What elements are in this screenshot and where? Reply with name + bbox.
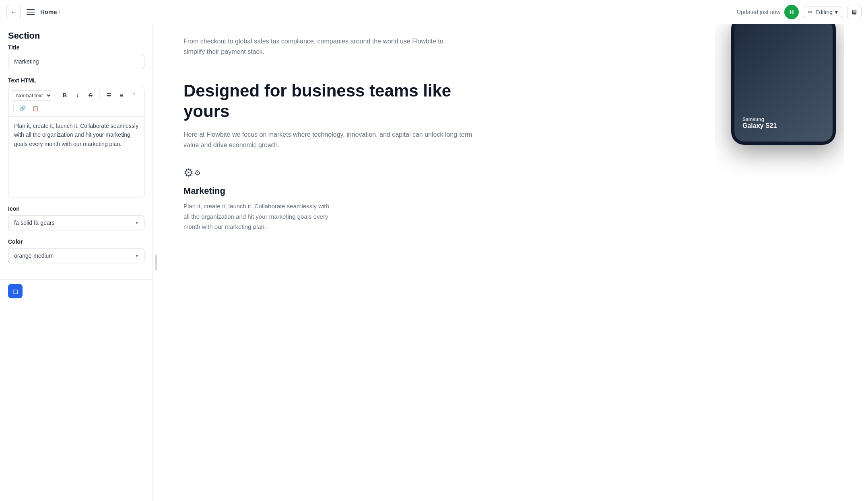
content-text-area: From checkout to global sales tax compli… (183, 24, 715, 232)
resize-handle[interactable] (153, 24, 159, 501)
link-button[interactable]: 🔗 (17, 103, 28, 114)
toolbar-divider-3 (13, 104, 14, 112)
color-select-wrapper: orange-medium blue-medium green-medium r… (8, 248, 144, 263)
title-group: Title (8, 44, 144, 69)
text-format-select[interactable]: Normal text Heading 1 Heading 2 Heading … (12, 90, 52, 101)
unordered-list-icon: ≡ (120, 92, 123, 99)
gear-icon: ⚙ (183, 166, 194, 179)
strike-button[interactable]: S (85, 90, 96, 101)
phone-label: Samsung Galaxy S21 (742, 117, 777, 129)
content-top: From checkout to global sales tax compli… (183, 24, 715, 65)
content-wrapper: From checkout to global sales tax compli… (183, 24, 844, 232)
header: ← Home / Updated just now H ✏ Editing ▾ … (0, 0, 868, 24)
chevron-down-icon: ▾ (835, 9, 838, 15)
doc-icon: 📋 (32, 105, 39, 111)
sidebar-toggle-button[interactable]: ▤ (847, 5, 862, 19)
phone-mockup-area: Samsung Galaxy S21 (715, 24, 844, 232)
resize-handle-visual (155, 255, 157, 271)
ordered-list-icon: ☰ (106, 92, 111, 99)
title-input[interactable] (8, 54, 144, 69)
back-icon: ← (10, 8, 17, 16)
breadcrumb-separator: / (59, 8, 60, 15)
rte-toolbar: Normal text Heading 1 Heading 2 Heading … (8, 87, 144, 117)
color-select[interactable]: orange-medium blue-medium green-medium r… (8, 248, 144, 263)
icon-group: Icon fa-solid fa-gears fa-solid fa-star … (8, 205, 144, 230)
gear-sub-icon: ⚙ (194, 168, 201, 177)
rte-content-area[interactable]: Plan it, create it, launch it. Collabora… (8, 117, 144, 197)
icon-select-wrapper: fa-solid fa-gears fa-solid fa-star fa-so… (8, 215, 144, 230)
section-divider (183, 65, 715, 81)
breadcrumb-home[interactable]: Home (40, 8, 57, 15)
avatar[interactable]: H (784, 5, 799, 19)
header-right: Updated just now H ✏ Editing ▾ ▤ (737, 5, 862, 19)
breadcrumb: Home / (40, 8, 60, 15)
phone-brand: Samsung (742, 117, 777, 122)
text-html-group: Text HTML Normal text Heading 1 Heading … (8, 77, 144, 197)
main-layout: Section Title Text HTML Normal text Head… (0, 24, 868, 501)
editing-button[interactable]: ✏ Editing ▾ (803, 6, 843, 18)
italic-button[interactable]: I (72, 90, 83, 101)
feature-title: Marketing (183, 186, 336, 196)
text-html-label: Text HTML (8, 77, 144, 84)
save-button[interactable]: ◻ (8, 284, 23, 298)
icon-label: Icon (8, 205, 144, 212)
title-label: Title (8, 44, 144, 51)
pencil-icon: ✏ (808, 9, 813, 15)
section-description: Here at Flowbite we focus on markets whe… (183, 129, 485, 150)
quote-button[interactable]: " (129, 90, 140, 101)
quote-icon: " (134, 92, 136, 99)
panel-section-heading: Section (0, 24, 153, 44)
bold-button[interactable]: B (59, 90, 70, 101)
toolbar-divider-2 (99, 91, 100, 99)
feature-icon-area: ⚙ ⚙ (183, 166, 336, 179)
left-panel: Section Title Text HTML Normal text Head… (0, 24, 153, 501)
bottom-action-area: ◻ (0, 279, 153, 302)
panel-body: Title Text HTML Normal text Heading 1 He… (0, 44, 153, 279)
feature-card: ⚙ ⚙ Marketing Plan it, create it, launch… (183, 166, 336, 232)
sidebar-toggle-icon: ▤ (852, 9, 857, 15)
header-left: ← Home / (6, 5, 60, 19)
updated-text: Updated just now (737, 9, 780, 15)
top-subtitle: From checkout to global sales tax compli… (183, 36, 465, 57)
editing-label: Editing (815, 9, 833, 15)
icon-select[interactable]: fa-solid fa-gears fa-solid fa-star fa-so… (8, 215, 144, 230)
back-button[interactable]: ← (6, 5, 21, 19)
color-label: Color (8, 238, 144, 245)
strikethrough-icon: S (89, 92, 92, 99)
phone-mockup: Samsung Galaxy S21 (731, 24, 844, 145)
feature-desc: Plan it, create it, launch it. Collabora… (183, 201, 336, 232)
color-group: Color orange-medium blue-medium green-me… (8, 238, 144, 263)
rich-text-editor: Normal text Heading 1 Heading 2 Heading … (8, 87, 144, 197)
save-icon: ◻ (13, 287, 18, 295)
main-content: From checkout to global sales tax compli… (159, 24, 868, 501)
unordered-list-button[interactable]: ≡ (116, 90, 127, 101)
section-heading: Designed for business teams like yours (183, 81, 485, 121)
doc-button[interactable]: 📋 (30, 103, 41, 114)
phone-screen: Samsung Galaxy S21 (731, 24, 836, 145)
toolbar-divider-1 (56, 91, 56, 99)
link-icon: 🔗 (19, 105, 26, 111)
phone-model: Galaxy S21 (742, 122, 777, 129)
ordered-list-button[interactable]: ☰ (103, 90, 114, 101)
hamburger-button[interactable] (25, 8, 36, 16)
